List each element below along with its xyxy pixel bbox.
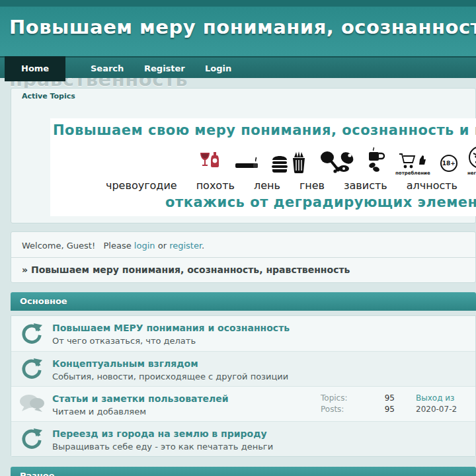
sin-label: лень — [254, 179, 280, 192]
forum-row[interactable]: Концептуальным взглядом События, новости… — [11, 351, 475, 386]
redirect-arrow-icon — [11, 358, 52, 380]
nav-search[interactable]: Search — [91, 58, 124, 79]
forum-title-link[interactable]: Концептуальным взглядом — [52, 358, 198, 369]
banner-icons-row: потребление 18+ негативы ... — [199, 145, 476, 176]
welcome-or: or — [158, 241, 167, 251]
coffee-cup-and-beans-icon — [366, 147, 385, 176]
forum-title-link[interactable]: Статьи и заметки пользователей — [52, 393, 229, 404]
cigarette-icon — [234, 156, 260, 176]
site-title-line1: Повышаем меру понимания, осознанность, — [9, 16, 476, 38]
top-strip — [0, 0, 476, 7]
redirect-arrow-icon — [11, 428, 52, 450]
forum-title-link[interactable]: Переезд из города на землю в природу — [52, 428, 267, 439]
sin-label: гнев — [299, 179, 325, 192]
active-topics-link[interactable]: Active Topics — [22, 92, 75, 100]
last-post-date: 2020-07-2 — [416, 405, 457, 414]
forum-description: Читаем и добавляем — [52, 407, 321, 416]
posts-label: Posts: — [321, 404, 344, 415]
topics-label: Topics: — [321, 393, 347, 404]
chicken-leg-and-meat-icon — [319, 149, 356, 176]
angry-face-icon: негативы — [467, 145, 476, 176]
welcome-greeting: Welcome, Guest! — [22, 241, 95, 251]
breadcrumb[interactable]: » Повышаем меру понимания, осознанность,… — [11, 258, 475, 282]
forum-list: Повышаем МЕРУ понимания и осознанность О… — [11, 315, 476, 457]
forum-row[interactable]: Переезд из города на землю в природу Выр… — [11, 421, 475, 456]
category-header-main: Основное — [11, 292, 476, 311]
welcome-please: Please — [104, 241, 132, 251]
forum-title-link[interactable]: Повышаем МЕРУ понимания и осознанность — [52, 323, 290, 333]
login-link[interactable]: login — [134, 241, 155, 251]
forum-row[interactable]: Статьи и заметки пользователей Читаем и … — [11, 386, 475, 421]
forum-text: Переезд из города на землю в природу Выр… — [52, 427, 475, 452]
site-header: Повышаем меру понимания, осознанность, — [0, 7, 476, 56]
forum-description: Выращивать себе еду - это как печатать д… — [52, 442, 475, 452]
welcome-message: Welcome, Guest! Please login or register… — [11, 232, 475, 258]
forum-stats: Topics: 95 Posts: 95 — [321, 393, 395, 415]
last-post: Выход из 2020-07-2 — [416, 393, 475, 415]
site-banner: Повышаем свою меру понимания, осознаннос… — [50, 118, 476, 216]
forum-description: События, новости, происходящее с другой … — [52, 372, 475, 381]
welcome-panel: Welcome, Guest! Please login or register… — [11, 231, 476, 283]
shopping-cart-icon: потребление — [395, 153, 430, 176]
nav-home[interactable]: Home — [5, 56, 65, 81]
nav-login[interactable]: Login — [205, 58, 231, 79]
category-header-misc: Разное — [11, 467, 476, 476]
wine-glass-and-bottle-icon — [199, 151, 224, 176]
forum-text: Повышаем МЕРУ понимания и осознанность О… — [52, 321, 475, 346]
last-post-link[interactable]: Выход из — [416, 393, 475, 404]
burger-and-fries-icon — [270, 151, 309, 176]
sin-label: алчность — [407, 179, 457, 192]
welcome-period: . — [202, 241, 204, 251]
banner-bottom-text: откажись от деградирующих элементов — [50, 194, 476, 210]
sin-label: чревоугодие — [106, 179, 177, 192]
register-link[interactable]: register — [169, 241, 202, 251]
sin-label: зависть — [344, 179, 387, 192]
forum-description: От чего отказаться, что делать — [52, 336, 475, 346]
posts-count: 95 — [385, 404, 395, 415]
age-18-plus-icon: 18+ — [440, 155, 457, 172]
topics-count: 95 — [385, 393, 395, 404]
sin-label: похоть — [196, 179, 235, 192]
sin-labels-row: чревоугодие похоть лень гнев зависть алч… — [106, 179, 476, 192]
forum-text: Статьи и заметки пользователей Читаем и … — [52, 392, 321, 416]
comments-icon — [11, 393, 52, 415]
banner-panel: Active Topics Повышаем свою меру пониман… — [11, 88, 476, 223]
forum-row[interactable]: Повышаем МЕРУ понимания и осознанность О… — [11, 316, 475, 351]
consumption-caption: потребление — [395, 171, 430, 176]
nav-register[interactable]: Register — [144, 58, 185, 79]
forum-text: Концептуальным взглядом События, новости… — [52, 357, 475, 381]
main-nav: Home Search Register Login — [0, 56, 476, 78]
negatives-caption: негативы — [467, 171, 476, 176]
redirect-arrow-icon — [11, 323, 52, 345]
banner-title: Повышаем свою меру понимания, осознаннос… — [50, 118, 476, 138]
